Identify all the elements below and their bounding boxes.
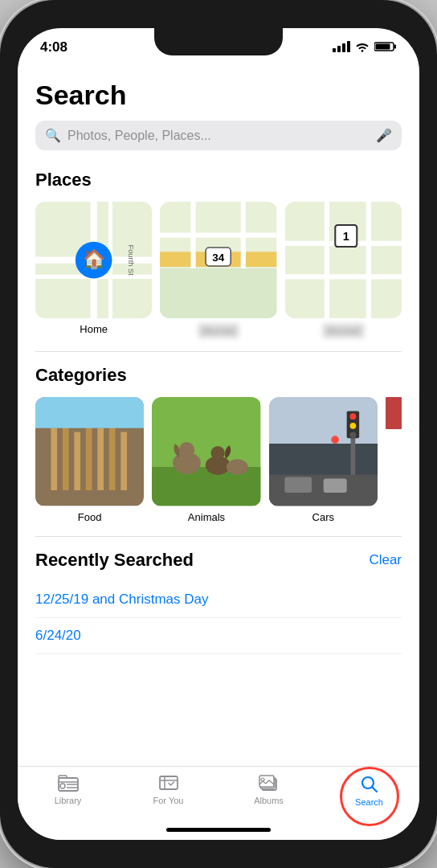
svg-rect-1 [394, 45, 397, 49]
status-icons [333, 41, 397, 52]
category-item-food[interactable]: Food [35, 397, 144, 522]
page-title: Search [35, 80, 402, 111]
svg-point-40 [211, 446, 225, 460]
place-item-home[interactable]: 🏠 Fourth St Home [35, 202, 152, 338]
albums-icon [259, 775, 280, 792]
recently-searched-label: Recently Searched [35, 550, 194, 571]
category-thumb-animals [152, 397, 260, 506]
for-you-icon [158, 775, 179, 792]
places-grid: 🏠 Fourth St Home [35, 202, 402, 338]
nav-label-albums: Albums [254, 796, 284, 805]
recent-search-2[interactable]: 6/24/20 [35, 618, 402, 654]
svg-rect-32 [109, 420, 116, 490]
search-input-bar[interactable]: 🔍 Photos, People, Places... 🎤 [35, 121, 402, 150]
svg-text:34: 34 [212, 252, 224, 264]
notch [154, 28, 283, 55]
place-item-3[interactable]: 1 blurred [285, 202, 402, 338]
svg-rect-30 [86, 424, 92, 490]
search-icon: 🔍 [45, 128, 61, 143]
svg-point-57 [60, 784, 65, 788]
category-thumb-extra [386, 397, 402, 429]
nav-item-library[interactable]: Library [18, 775, 118, 805]
category-thumb-cars [269, 397, 378, 506]
nav-label-search: Search [355, 797, 383, 807]
category-name-food: Food [78, 511, 102, 523]
svg-rect-27 [51, 428, 57, 490]
svg-point-38 [179, 442, 194, 457]
status-time: 4:08 [40, 39, 67, 55]
svg-text:🏠: 🏠 [83, 248, 106, 270]
phone-screen: 4:08 [18, 28, 419, 840]
place-name-2: blurred [198, 323, 239, 338]
svg-rect-33 [120, 432, 127, 490]
battery-icon [374, 41, 397, 52]
search-nav-icon [360, 775, 379, 794]
places-section-header: Places [35, 170, 402, 190]
svg-rect-28 [63, 420, 69, 490]
mic-icon: 🎤 [376, 128, 392, 143]
svg-point-50 [331, 436, 339, 444]
nav-label-for-you: For You [153, 796, 184, 805]
svg-rect-51 [284, 477, 312, 493]
svg-rect-19 [285, 202, 402, 318]
svg-rect-55 [59, 776, 67, 778]
svg-rect-29 [74, 432, 80, 490]
svg-point-47 [349, 414, 356, 420]
svg-text:1: 1 [342, 230, 349, 243]
categories-section-header: Categories [35, 365, 402, 386]
place-name-3: blurred [322, 323, 364, 338]
place-name-home: Home [80, 323, 108, 335]
category-name-cars: Cars [312, 511, 334, 523]
place-map-3: 1 [285, 202, 402, 318]
place-map-home: 🏠 Fourth St [35, 202, 152, 318]
recent-search-1[interactable]: 12/25/19 and Christmas Day [35, 582, 402, 618]
category-item-animals[interactable]: Animals [152, 397, 260, 522]
section-divider-2 [35, 536, 402, 537]
svg-point-41 [227, 460, 248, 475]
category-thumb-food [35, 397, 144, 506]
wifi-icon [355, 41, 370, 52]
section-divider-1 [35, 351, 402, 352]
home-indicator [166, 828, 271, 832]
clear-button[interactable]: Clear [369, 552, 402, 568]
svg-rect-53 [386, 397, 402, 429]
search-placeholder: Photos, People, Places... [67, 129, 370, 143]
nav-item-albums[interactable]: Albums [218, 775, 319, 805]
nav-item-for-you[interactable]: For You [118, 775, 218, 805]
categories-grid: Food [35, 397, 402, 522]
recently-searched-header: Recently Searched Clear [35, 550, 402, 571]
nav-label-library: Library [55, 796, 82, 805]
phone-frame: 4:08 [0, 0, 437, 868]
place-map-2: 34 [160, 202, 276, 318]
nav-item-search[interactable]: Search [319, 775, 419, 807]
svg-point-49 [349, 432, 356, 439]
category-name-animals: Animals [188, 511, 225, 523]
svg-point-48 [349, 423, 356, 429]
svg-rect-16 [160, 268, 276, 318]
svg-line-68 [372, 788, 377, 792]
content-area: Search 🔍 Photos, People, Places... 🎤 Pla… [18, 68, 419, 766]
category-item-extra [386, 397, 402, 522]
svg-rect-2 [376, 44, 390, 50]
library-icon [58, 775, 79, 792]
svg-text:Fourth St: Fourth St [127, 244, 135, 276]
place-item-2[interactable]: 34 blurred [160, 202, 276, 338]
svg-rect-31 [97, 428, 104, 490]
svg-rect-52 [323, 479, 346, 493]
svg-rect-34 [35, 397, 144, 428]
signal-icon [333, 41, 350, 52]
category-item-cars[interactable]: Cars [269, 397, 378, 522]
